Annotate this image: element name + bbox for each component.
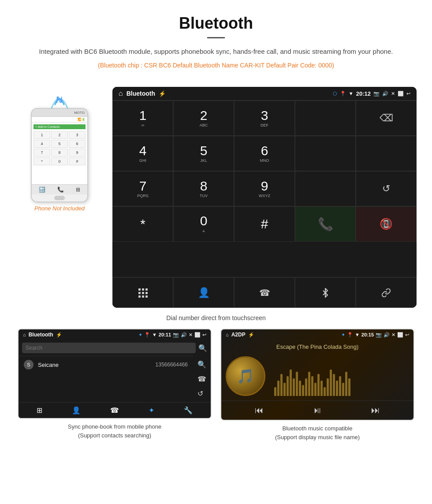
phone-status-text: 📶🔋 [32,117,87,123]
contacts-icon[interactable]: 👤 [173,277,234,308]
status-left: ⌂ Bluetooth ⚡ [119,90,166,97]
key-hash[interactable]: # [234,206,295,242]
svg-rect-3 [145,288,148,291]
prev-track-button[interactable]: ⏮ [255,405,264,415]
add-contacts-label: + Add to Contacts [34,124,86,129]
waveform-bar [345,372,347,396]
phonebook-caption: Sync phone-book from mobile phone (Suppo… [68,422,161,440]
pb-side-icons: 🔍 ☎ ↺ [193,356,211,402]
back-icon: ↩ [406,91,410,97]
pb-sync-side-icon: ↺ [197,389,206,398]
key-8[interactable]: 8 TUV [173,171,234,206]
waveform-bar [274,387,276,396]
waveform-bar [299,381,301,396]
waveform-bar [327,378,329,396]
music-note-icon: 🎵 [237,368,254,385]
key-9[interactable]: 9 WXYZ [234,171,295,206]
main-section: ℕ MOTO 📶🔋 + Add to Contacts 123 456 789 … [0,82,432,310]
pb-settings-icon[interactable]: 🔧 [184,406,193,414]
dialpad-grid: 1 ∞ 2 ABC 3 DEF ⌫ 4 GHI 5 JKL [112,101,417,277]
key-empty-2 [295,136,356,171]
key-7[interactable]: 7 PQRS [112,171,173,206]
svg-rect-7 [138,295,141,298]
waveform-bar [290,370,292,396]
phone-screen: + Add to Contacts 123 456 789 *0# [32,123,87,184]
bluetooth-icon[interactable] [295,277,356,308]
waveform-bar [283,383,286,396]
phonebook-caption-line1: Sync phone-book from mobile phone [68,423,161,430]
music-time: 20:15 [361,332,374,337]
contact-number: 13566664466 [156,362,188,368]
backspace-key[interactable]: ⌫ [356,101,417,136]
waveform-bar [317,374,320,396]
svg-text:ℕ: ℕ [56,96,62,105]
waveform-bar [324,387,326,396]
next-track-button[interactable]: ⏭ [371,405,380,415]
key-4[interactable]: 4 GHI [112,136,173,171]
pb-search-side-icon: 🔍 [197,360,206,369]
backspace-icon: ⌫ [380,112,393,124]
call-button[interactable]: 📞 [295,206,356,242]
phone-icon[interactable]: ☎ [234,277,295,308]
music-center-area: 🎵 [221,352,413,400]
svg-rect-8 [142,295,144,298]
wifi-signal-icon: ℕ [46,87,73,112]
phone-home-button [54,196,65,200]
music-screenshot: ⌂ A2DP ⚡ ✦ 📍 ▼ 20:15 📷 🔊 ✕ ⬜ ↩ Escape (T [220,329,414,421]
waveform-bar [348,378,350,396]
phone-bottom-icons: 🔙 📞 ⊞ [32,184,87,194]
end-call-icon: 📵 [380,218,393,230]
redial-key[interactable]: ↺ [356,171,417,206]
svg-rect-1 [138,288,141,291]
bluetooth-status-icon: ⬡ [333,91,337,97]
pb-usb-icon: ⚡ [56,332,62,338]
music-title-label: A2DP [231,332,246,338]
location-icon: 📍 [340,91,346,97]
key-2[interactable]: 2 ABC [173,101,234,136]
dialpad-title: Bluetooth [127,90,155,97]
play-pause-button[interactable]: ⏯ [313,405,322,415]
pb-home-icon: ⌂ [23,332,26,337]
contact-seicane: S Seicane 13566664466 [19,356,193,373]
key-6[interactable]: 6 MNO [234,136,295,171]
pb-person-icon[interactable]: 👤 [72,406,81,414]
phonebook-search-input[interactable] [22,343,196,353]
pb-camera: 📷 [173,332,179,338]
close-icon: ✕ [391,91,395,97]
pb-back: ↩ [202,332,206,338]
key-star[interactable]: * [112,206,173,242]
key-1[interactable]: 1 ∞ [112,101,173,136]
key-5[interactable]: 5 JKL [173,136,234,171]
music-vol: 🔊 [384,332,390,338]
dialpad-caption: Dial number direct from touchscreen [0,310,432,329]
phonebook-caption-line2: (Support contacts searching) [78,432,151,439]
pb-call-side-icon: ☎ [197,375,206,383]
search-icon[interactable]: 🔍 [198,344,207,352]
end-call-button[interactable]: 📵 [356,206,417,242]
bottom-screenshots: ⌂ Bluetooth ⚡ ✦ 📍 ▼ 20:11 📷 🔊 ✕ ⬜ ↩ [0,329,432,450]
pb-search-row: 🔍 [19,340,211,356]
pb-bottom-bar: ⊞ 👤 ☎ ✦ 🔧 [19,402,211,418]
pb-phone-icon[interactable]: ☎ [110,406,119,414]
svg-rect-5 [142,292,144,294]
music-caption-line1: Bluetooth music compatible [283,425,353,432]
dialpad-icon[interactable] [112,277,173,308]
pb-bt-nav-icon[interactable]: ✦ [149,406,154,414]
contact-name: Seicane [38,362,156,368]
dialpad-status-bar: ⌂ Bluetooth ⚡ ⬡ 📍 ▼ 20:12 📷 🔊 ✕ ⬜ ↩ [112,87,417,101]
phone-mockup-container: ℕ MOTO 📶🔋 + Add to Contacts 123 456 789 … [15,87,104,212]
pb-win: ⬜ [194,332,201,338]
key-0[interactable]: 0 + [173,206,234,242]
volume-icon: 🔊 [382,91,388,97]
key-3[interactable]: 3 DEF [234,101,295,136]
pb-grid-icon[interactable]: ⊞ [37,406,42,414]
link-icon[interactable] [356,277,417,308]
svg-rect-9 [145,295,148,298]
waveform-bar [314,383,317,396]
home-icon: ⌂ [119,90,123,97]
phone-device: MOTO 📶🔋 + Add to Contacts 123 456 789 *0… [31,108,88,202]
key-empty-4 [295,171,356,206]
waveform-bar [342,383,344,396]
usb-icon: ⚡ [159,90,166,97]
music-close: ✕ [391,332,395,338]
